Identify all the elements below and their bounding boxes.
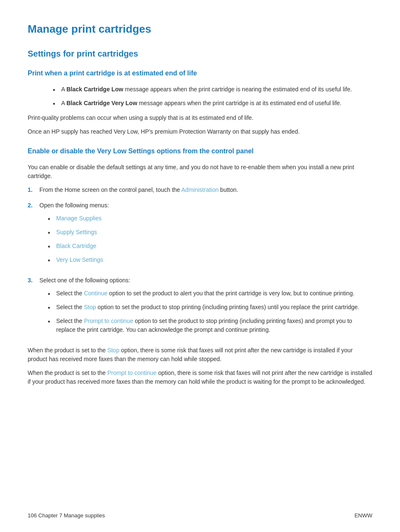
subsection1-block: Print when a print cartridge is at estim…	[28, 68, 372, 136]
manage-supplies-link[interactable]: Manage Supplies	[56, 215, 101, 222]
option-2-pre: Select the	[56, 304, 84, 310]
subsection1-title: Print when a print cartridge is at estim…	[28, 68, 372, 78]
subsection2-title: Enable or disable the Very Low Settings …	[28, 146, 372, 156]
subsection2-block: Enable or disable the Very Low Settings …	[28, 146, 372, 386]
option-3: Select the Prompt to continue option to …	[48, 317, 372, 334]
bullet-text-1: message appears when the print cartridge…	[123, 86, 352, 93]
prompt-to-continue-link-2[interactable]: Prompt to continue	[107, 369, 157, 376]
bullet-item-1: A Black Cartridge Low message appears wh…	[53, 85, 372, 94]
option-2: Select the Stop option to set the produc…	[48, 303, 372, 312]
page-title: Manage print cartridges	[28, 21, 372, 37]
step-3-content: Select one of the following options: Sel…	[39, 276, 372, 339]
menu-items-list: Manage Supplies Supply Settings Black Ca…	[48, 214, 372, 264]
step-1-text-post: button.	[218, 186, 238, 193]
closing-para-1-pre: When the product is set to the	[28, 347, 107, 354]
step-1-text-pre: From the Home screen on the control pane…	[39, 186, 182, 193]
step-2-text: Open the following menus:	[39, 202, 109, 209]
bold-text-1: Black Cartridge Low	[66, 86, 123, 93]
continue-link[interactable]: Continue	[84, 290, 107, 297]
step-1-number: 1.	[28, 186, 36, 194]
intro-para: You can enable or disable the default se…	[28, 163, 372, 181]
step-1-content: From the Home screen on the control pane…	[39, 186, 372, 194]
menu-item-3: Black Cartridge	[48, 242, 372, 251]
option-1: Select the Continue option to set the pr…	[48, 289, 372, 298]
bullet-list-1: A Black Cartridge Low message appears wh…	[53, 85, 372, 108]
step-2-content: Open the following menus: Manage Supplie…	[39, 201, 372, 269]
bullet-text-2: message appears when the print cartridge…	[137, 100, 341, 106]
step-3-number: 3.	[28, 276, 36, 339]
administration-link[interactable]: Administration	[182, 186, 219, 193]
section-title: Settings for print cartridges	[28, 47, 372, 60]
bold-text-2: Black Cartridge Very Low	[66, 100, 137, 106]
stop-link-1[interactable]: Stop	[84, 304, 96, 310]
menu-item-4: Very Low Settings	[48, 256, 372, 264]
closing-para-2: When the product is set to the Prompt to…	[28, 369, 372, 386]
closing-para-1: When the product is set to the Stop opti…	[28, 346, 372, 364]
footer-left: 106 Chapter 7 Manage supplies	[28, 511, 105, 520]
supply-settings-link[interactable]: Supply Settings	[56, 229, 97, 235]
step-3-text: Select one of the following options:	[39, 277, 130, 284]
para-1: Print-quality problems can occur when us…	[28, 114, 372, 122]
stop-link-2[interactable]: Stop	[107, 347, 119, 354]
footer: 106 Chapter 7 Manage supplies ENWW	[0, 511, 400, 520]
step-3: 3. Select one of the following options: …	[28, 276, 372, 339]
step-2-number: 2.	[28, 201, 36, 269]
option-1-post: option to set the product to alert you t…	[107, 290, 354, 297]
option-3-pre: Select the	[56, 318, 84, 324]
option-2-post: option to set the product to stop printi…	[96, 304, 359, 310]
very-low-settings-link[interactable]: Very Low Settings	[56, 256, 103, 263]
bullet-item-2: A Black Cartridge Very Low message appea…	[53, 99, 372, 108]
step-1: 1. From the Home screen on the control p…	[28, 186, 372, 194]
para-2: Once an HP supply has reached Very Low, …	[28, 127, 372, 136]
step-2: 2. Open the following menus: Manage Supp…	[28, 201, 372, 269]
menu-item-1: Manage Supplies	[48, 214, 372, 223]
menu-item-2: Supply Settings	[48, 228, 372, 237]
steps-list: 1. From the Home screen on the control p…	[28, 186, 372, 339]
options-list: Select the Continue option to set the pr…	[48, 289, 372, 334]
black-cartridge-link[interactable]: Black Cartridge	[56, 243, 96, 249]
prompt-to-continue-link-1[interactable]: Prompt to continue	[84, 318, 133, 324]
closing-para-2-pre: When the product is set to the	[28, 369, 107, 376]
footer-right: ENWW	[354, 511, 372, 520]
option-1-pre: Select the	[56, 290, 84, 297]
